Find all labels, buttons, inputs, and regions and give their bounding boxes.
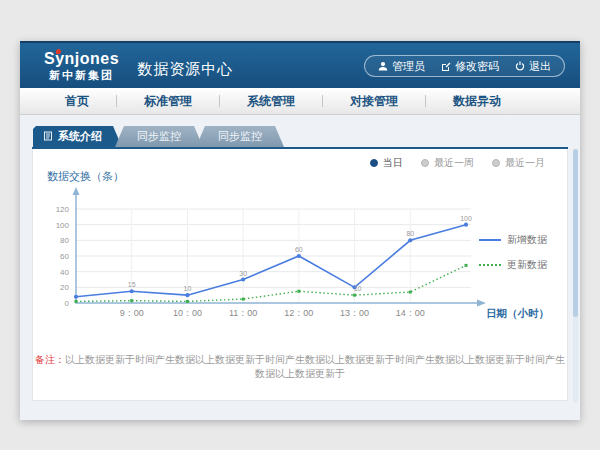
- power-icon: [515, 61, 525, 71]
- time-range-filters: 当日 最近一周 最近一月: [370, 156, 545, 170]
- change-password-button[interactable]: 修改密码: [441, 59, 499, 74]
- content-area: 系统介绍 同步监控 同步监控 当日 最近一: [20, 115, 580, 420]
- filter-last-month[interactable]: 最近一月: [492, 156, 545, 170]
- top-header-bar: Synjones 新中新集团 数据资源中心 管理员 修改密码: [20, 41, 580, 88]
- filter-today[interactable]: 当日: [370, 156, 403, 170]
- data-point: [186, 300, 189, 303]
- data-point: [242, 298, 245, 301]
- data-point-label: 100: [460, 215, 472, 222]
- data-point-label: 10: [184, 285, 192, 292]
- radio-icon: [421, 159, 429, 167]
- tab-sync-monitor-1[interactable]: 同步监控: [115, 126, 203, 147]
- chart-panel: 当日 最近一周 最近一月 数据交换（条） 0204060801001209：00…: [32, 149, 568, 401]
- data-point: [185, 293, 189, 297]
- x-tick-label: 10：00: [173, 308, 202, 318]
- radio-icon: [492, 159, 500, 167]
- data-point: [130, 299, 133, 302]
- data-point-label: 80: [406, 230, 414, 237]
- y-tick-label: 60: [60, 252, 69, 261]
- data-point: [75, 300, 78, 303]
- data-point: [130, 289, 134, 293]
- nav-item-home[interactable]: 首页: [38, 95, 117, 107]
- nav-item-interface-mgmt[interactable]: 对接管理: [323, 95, 426, 107]
- nav-item-standard-mgmt[interactable]: 标准管理: [117, 95, 220, 107]
- data-point-label: 30: [239, 270, 247, 277]
- y-tick-label: 20: [60, 283, 69, 292]
- vertical-scrollbar: [573, 149, 578, 403]
- legend-item-update-data[interactable]: 更新数据: [479, 258, 559, 272]
- user-icon: [378, 61, 388, 71]
- tab-system-intro[interactable]: 系统介绍: [33, 126, 122, 147]
- nav-item-system-mgmt[interactable]: 系统管理: [220, 95, 323, 107]
- y-tick-label: 80: [60, 236, 69, 245]
- logout-button[interactable]: 退出: [515, 59, 551, 74]
- filter-last-week[interactable]: 最近一周: [421, 156, 474, 170]
- data-point: [74, 295, 78, 299]
- solid-line-swatch: [479, 239, 501, 241]
- data-point-label: 10: [354, 285, 362, 292]
- logout-label: 退出: [529, 59, 551, 74]
- y-tick-label: 100: [56, 221, 70, 230]
- tab-label: 系统介绍: [58, 129, 102, 144]
- filter-label: 当日: [383, 156, 403, 170]
- y-axis-arrow: [73, 187, 80, 195]
- x-tick-label: 14：00: [396, 308, 425, 318]
- tab-sync-monitor-2[interactable]: 同步监控: [196, 126, 284, 147]
- scrollbar-thumb[interactable]: [573, 149, 578, 317]
- radio-selected-icon: [370, 159, 378, 167]
- x-tick-label: 11：00: [229, 308, 257, 318]
- logo-accent-dot: [56, 49, 61, 54]
- y-tick-label: 0: [65, 299, 70, 308]
- data-point: [353, 294, 356, 297]
- x-tick-label: 9：00: [120, 308, 144, 318]
- document-icon: [43, 131, 53, 143]
- footnote-prefix: 备注：: [35, 354, 65, 365]
- app-window: Synjones 新中新集团 数据资源中心 管理员 修改密码: [20, 41, 580, 420]
- user-menu: 管理员 修改密码 退出: [364, 55, 565, 77]
- series-legend: 新增数据 更新数据: [479, 233, 559, 283]
- footnote-text: 以上数据更新于时间产生数据以上数据更新于时间产生数据以上数据更新于时间产生数据以…: [65, 354, 565, 379]
- tab-label: 同步监控: [218, 129, 262, 144]
- logo-subtext: 新中新集团: [44, 70, 119, 81]
- tab-underline: [32, 147, 568, 149]
- page-background: Synjones 新中新集团 数据资源中心 管理员 修改密码: [0, 0, 600, 450]
- x-axis-title: 日期（小时）: [486, 307, 549, 320]
- data-point: [297, 254, 301, 258]
- x-axis-arrow: [477, 300, 486, 307]
- filter-label: 最近一周: [434, 156, 474, 170]
- data-point: [408, 238, 412, 242]
- tab-label: 同步监控: [137, 129, 181, 144]
- main-nav: 首页 标准管理 系统管理 对接管理 数据异动: [20, 88, 580, 115]
- admin-user-label: 管理员: [392, 59, 425, 74]
- company-logo: Synjones 新中新集团: [44, 51, 119, 81]
- x-tick-label: 12：00: [284, 308, 313, 318]
- legend-label: 新增数据: [507, 233, 547, 247]
- y-tick-label: 120: [56, 205, 70, 214]
- data-point-label: 60: [295, 246, 303, 253]
- y-axis-title: 数据交换（条）: [47, 169, 124, 184]
- tab-bar: 系统介绍 同步监控 同步监控: [33, 126, 568, 147]
- data-point: [464, 223, 468, 227]
- data-point: [241, 277, 245, 281]
- data-point-label: 15: [128, 281, 136, 288]
- change-password-label: 修改密码: [455, 59, 499, 74]
- dotted-line-swatch: [479, 264, 501, 266]
- x-tick-label: 13：00: [340, 308, 369, 318]
- filter-label: 最近一月: [505, 156, 545, 170]
- admin-user-button[interactable]: 管理员: [378, 59, 425, 74]
- page-title: 数据资源中心: [137, 60, 233, 79]
- nav-item-data-change[interactable]: 数据异动: [426, 95, 528, 107]
- edit-icon: [441, 61, 451, 71]
- y-tick-label: 40: [60, 268, 69, 277]
- legend-item-new-data[interactable]: 新增数据: [479, 233, 559, 247]
- footnote: 备注：以上数据更新于时间产生数据以上数据更新于时间产生数据以上数据更新于时间产生…: [33, 353, 567, 381]
- data-point: [465, 264, 468, 267]
- data-point: [409, 291, 412, 294]
- data-point: [297, 290, 300, 293]
- legend-label: 更新数据: [507, 258, 547, 272]
